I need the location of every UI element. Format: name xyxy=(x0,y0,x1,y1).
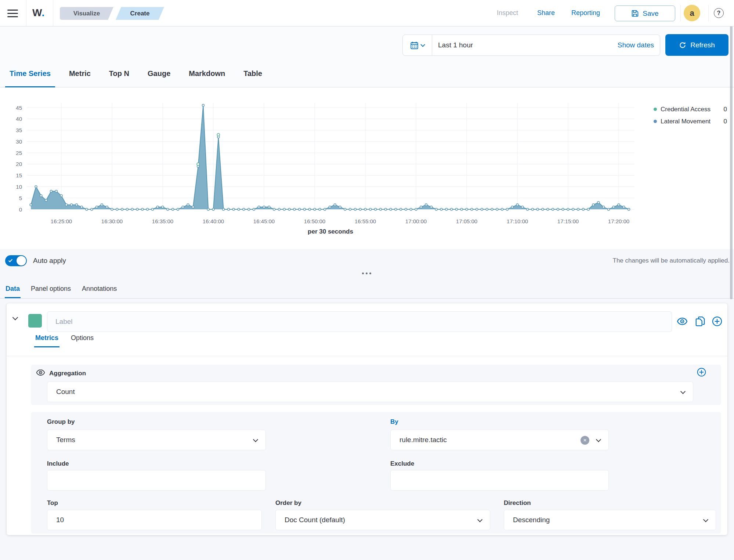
svg-text:5: 5 xyxy=(19,195,22,201)
tab-metrics[interactable]: Metrics xyxy=(34,334,59,347)
auto-apply-hint: The changes will be automatically applie… xyxy=(613,257,730,264)
svg-text:17:05:00: 17:05:00 xyxy=(456,218,477,224)
order-by-select[interactable]: Doc Count (default) xyxy=(275,510,490,530)
add-series-icon[interactable] xyxy=(712,316,723,327)
refresh-icon xyxy=(679,41,686,49)
group-by-select[interactable]: Terms xyxy=(47,430,266,450)
by-field-value: rule.mitre.tactic xyxy=(399,436,447,444)
svg-text:30: 30 xyxy=(16,138,22,145)
legend-item-credential-access[interactable]: Credential Access 0 xyxy=(654,103,727,115)
date-picker-quick-menu[interactable] xyxy=(403,35,432,55)
group-by-value: Terms xyxy=(56,436,75,444)
sub-tabs-divider xyxy=(7,356,727,356)
tabs-divider xyxy=(0,298,734,299)
svg-text:16:45:00: 16:45:00 xyxy=(253,218,275,224)
auto-apply-label: Auto apply xyxy=(33,257,66,265)
panel-resize-handle[interactable] xyxy=(362,272,371,274)
tab-metric[interactable]: Metric xyxy=(65,61,95,87)
tab-top-n[interactable]: Top N xyxy=(105,61,134,87)
save-button[interactable]: Save xyxy=(615,6,675,21)
svg-text:17:15:00: 17:15:00 xyxy=(557,218,579,224)
date-picker: Last 1 hour Show dates xyxy=(402,35,660,56)
tab-markdown[interactable]: Markdown xyxy=(184,61,229,87)
direction-value: Descending xyxy=(513,516,550,524)
inspect-button[interactable]: Inspect xyxy=(497,9,518,17)
tab-gauge[interactable]: Gauge xyxy=(143,61,175,87)
save-icon xyxy=(631,10,639,17)
aggregation-label: Aggregation xyxy=(49,370,86,377)
legend-item-lateral-movement[interactable]: Lateral Movement 0 xyxy=(654,115,727,127)
legend-value: 0 xyxy=(724,118,727,125)
exclude-input[interactable] xyxy=(399,476,600,484)
refresh-button[interactable]: Refresh xyxy=(665,34,728,56)
by-field-combobox[interactable]: rule.mitre.tactic ✕ xyxy=(390,430,609,450)
add-metric-icon[interactable] xyxy=(697,367,706,379)
svg-text:16:50:00: 16:50:00 xyxy=(304,218,325,224)
calendar-icon xyxy=(410,41,419,50)
svg-text:20: 20 xyxy=(16,161,22,167)
time-range-value[interactable]: Last 1 hour xyxy=(432,41,618,49)
tab-options[interactable]: Options xyxy=(70,334,95,347)
clone-series-icon[interactable] xyxy=(695,316,706,327)
svg-text:17:10:00: 17:10:00 xyxy=(507,218,528,224)
logo-dot: . xyxy=(41,7,44,18)
tab-time-series[interactable]: Time Series xyxy=(5,61,55,87)
avatar[interactable]: a xyxy=(684,5,700,21)
chevron-down-icon xyxy=(12,315,18,321)
chevron-down-icon xyxy=(703,517,708,522)
svg-text:45: 45 xyxy=(16,105,22,111)
legend-dot-icon xyxy=(654,120,657,123)
scrollbar[interactable] xyxy=(730,11,733,299)
show-dates-button[interactable]: Show dates xyxy=(618,41,660,49)
editor-tabs: Data Panel options Annotations xyxy=(5,285,127,298)
svg-text:40: 40 xyxy=(16,116,22,122)
series-label-input[interactable] xyxy=(47,311,672,332)
chart-canvas[interactable]: 05101520253035404516:25:0016:30:0016:35:… xyxy=(0,87,734,249)
clear-field-icon[interactable]: ✕ xyxy=(581,436,589,445)
help-icon[interactable]: ? xyxy=(714,8,724,18)
legend-value: 0 xyxy=(724,106,727,113)
app-logo[interactable]: W. xyxy=(32,7,45,19)
chevron-down-icon xyxy=(680,389,686,394)
series-sub-tabs: Metrics Options xyxy=(34,334,105,347)
eye-icon[interactable] xyxy=(36,368,45,379)
include-input[interactable] xyxy=(56,476,257,484)
breadcrumb-visualize[interactable]: Visualize xyxy=(60,7,113,20)
svg-text:15: 15 xyxy=(16,172,22,178)
tsvb-editor-page: W. Visualize Create Inspect Share Report… xyxy=(0,0,734,560)
svg-text:0: 0 xyxy=(19,206,22,213)
collapse-series-button[interactable] xyxy=(13,314,23,325)
include-field xyxy=(47,470,266,491)
legend-label: Lateral Movement xyxy=(661,118,711,125)
legend-dot-icon xyxy=(654,108,657,111)
series-color-swatch[interactable] xyxy=(28,314,42,328)
svg-text:16:25:00: 16:25:00 xyxy=(51,218,72,224)
query-bar-strip: Last 1 hour Show dates Refresh Time Seri… xyxy=(0,26,734,87)
order-by-value: Doc Count (default) xyxy=(285,516,345,524)
svg-text:16:30:00: 16:30:00 xyxy=(101,218,123,224)
header-divider xyxy=(26,0,26,26)
header-divider xyxy=(53,0,53,26)
group-by-section: Group by Terms By rule.mitre.tactic ✕ In… xyxy=(31,412,721,534)
svg-text:16:40:00: 16:40:00 xyxy=(203,218,224,224)
top-input[interactable] xyxy=(56,516,253,524)
tab-panel-options[interactable]: Panel options xyxy=(30,285,72,298)
vis-type-tabs: Time Series Metric Top N Gauge Markdown … xyxy=(5,61,276,87)
menu-icon[interactable] xyxy=(7,10,18,17)
svg-text:16:35:00: 16:35:00 xyxy=(152,218,173,224)
chart-legend: Credential Access 0 Lateral Movement 0 xyxy=(654,103,727,127)
share-button[interactable]: Share xyxy=(537,9,555,17)
save-button-label: Save xyxy=(643,10,658,18)
direction-select[interactable]: Descending xyxy=(504,510,716,530)
direction-label: Direction xyxy=(504,499,531,507)
include-label: Include xyxy=(47,460,69,467)
auto-apply-toggle[interactable] xyxy=(5,255,27,266)
header-divider xyxy=(680,5,681,21)
eye-icon[interactable] xyxy=(677,316,688,327)
chevron-down-icon xyxy=(596,437,601,442)
aggregation-select[interactable]: Count xyxy=(47,382,693,402)
tab-table[interactable]: Table xyxy=(239,61,267,87)
tab-annotations[interactable]: Annotations xyxy=(81,285,117,298)
tab-data[interactable]: Data xyxy=(5,285,21,298)
reporting-button[interactable]: Reporting xyxy=(571,9,600,17)
